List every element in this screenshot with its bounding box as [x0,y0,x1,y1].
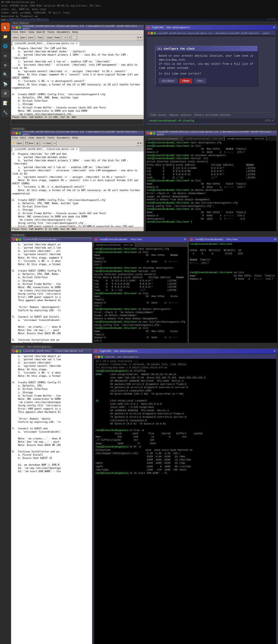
min-btn-2[interactable] [15,132,18,135]
inner-max[interactable] [154,32,156,34]
toolbar-save[interactable]: Save [27,35,34,40]
min-btn-3[interactable] [15,238,18,241]
notes-min-4[interactable] [15,350,18,353]
sidebar-icon-10[interactable]: 🔧 [1,108,10,117]
ins-label: INS [71,116,76,119]
toolbar-extras[interactable]: ⚙ ▼ [136,35,143,40]
xterm-close-x-1[interactable]: × [184,238,186,242]
menu-edit[interactable]: Edit [20,31,26,34]
notes-max-4[interactable] [19,350,21,353]
menu2-search[interactable]: Search [36,137,45,139]
toolbar-new[interactable]: New [12,35,18,40]
sidebar-icon-4[interactable]: ✉ [1,51,10,60]
section3-label: Terminal [11,234,26,237]
toolbar2-redo[interactable]: ↪ [53,141,57,146]
xterm-close-btn-1[interactable] [95,238,97,241]
term-max-btn[interactable] [153,132,155,135]
tab-close-1[interactable]: × [76,42,77,45]
menu2-tools[interactable]: Tools [47,137,55,139]
menu-search[interactable]: Search [36,31,45,34]
menu-view[interactable]: View [28,31,34,34]
sidebar-icon-8[interactable]: 🖥 [1,89,10,98]
term-tab-3[interactable]: root@linuxcbtubuvml: /etc/xen [225,136,266,141]
menu-tools[interactable]: Tools [47,31,55,34]
xterm-content-2[interactable]: root@linuxcbtubuvml:/etc/xen# VCPUS NETS… [189,242,278,343]
xterm-tab-active-1[interactable]: root@linuxcbtubuvml: /etc/xen [94,243,135,247]
dialog-back-btn[interactable]: <Go Back> [159,79,177,83]
max-btn-1[interactable] [18,26,21,29]
close-btn-3[interactable] [12,238,15,241]
toolbar-open[interactable]: Open [19,35,27,40]
xterm-close-btn-2[interactable] [190,238,193,241]
toolbar2-print[interactable]: 🖨 [35,141,40,146]
vnc-version: v1f5.0 [265,119,274,122]
file-info-banner: 06-HVM-Installation.mov Size: 479568 byt… [0,0,278,19]
toolbar-paste[interactable]: 📋 [72,35,77,40]
gedit-content-3[interactable]: b. 'parted /dev/sde mkpart pr c. 'parted… [11,242,92,343]
menu2-file[interactable]: File [12,137,18,139]
sidebar-icon-5[interactable]: ⚙ [1,61,10,69]
toolbar-copy[interactable]: ⎘ [68,35,72,40]
menu-help[interactable]: Help [72,31,78,34]
menu2-help[interactable]: Help [72,137,78,139]
vnc-close-x-4[interactable]: × [274,349,276,353]
gedit-statusbar-2: Plain Text Tab Width: 8 Ln 209, Col 26 I… [11,227,144,231]
min-btn-1[interactable] [15,26,18,29]
toolbar-redo[interactable]: Redo [53,35,61,40]
dialog-no-btn[interactable]: <No> [194,79,206,83]
dialog-buttons: <Go Back> <Yes> <No> [159,79,254,83]
term-tab-2[interactable]: root@linuxcbtubuvml: /etc/xen [183,136,224,141]
vnc-terminal-4[interactable]: 19.1.16.5 ping statistics --- 3 packets … [94,359,276,644]
xterm-close-x-2[interactable]: × [274,238,276,242]
terminal-content[interactable]: root@linuxcbtubuvml:/etc/xen# nano ubunt… [146,141,277,231]
toolbar2-save[interactable]: 💾 Save [24,141,35,146]
xterm-content-1[interactable]: root@linuxcbtubuvml:/etc/xen# nano ubunt… [93,247,188,343]
toolbar2-open[interactable]: 📂 Open [12,141,23,146]
dialog-yes-btn[interactable]: <Yes> [179,79,192,83]
gedit-tab-1[interactable]: LinuxCBT_XenVM_Edit...Classroom_Notes.tx… [12,41,80,46]
vnc-close-btn[interactable] [147,26,150,29]
dialog-hint: <Tab> moves; <Space> selects; <Enter> ac… [150,112,273,117]
sidebar-icon-3[interactable]: 🌐 [1,42,10,50]
gedit-content-2[interactable]: 3. Prepare /dev/sde' for LVM and Xen a. … [11,152,144,227]
gedit-tab-2[interactable]: LinuxCBT_XenVM_Edit...Classroom_Notes.tx… [12,147,80,152]
section1-label: Text Editor [11,22,30,25]
inner-min[interactable] [151,32,153,34]
term-close-btn[interactable] [147,132,149,135]
inner-window-4: TightVNC: Xen-ubuntuguest1 19.1.16.5 pin… [94,354,277,644]
gedit-content-1[interactable]: 3. Prepare /dev/sde' for LVM and Xen a. … [11,46,144,115]
sidebar-icon-9[interactable]: 📝 [1,99,10,107]
menu2-view[interactable]: View [28,137,34,139]
menu2-edit[interactable]: Edit [20,137,26,139]
toolbar2-undo[interactable]: ↩ Undo [42,141,52,146]
term-tab-1[interactable]: linuxcbt@linuxcbtubuvml:~ [146,136,182,141]
ins-2: INS [71,228,76,231]
ifconfig-prompt: root@linuxcbtubuvml:~# ifconfig [149,119,194,122]
term-min-btn[interactable] [150,132,152,135]
toolbar-undo[interactable]: Undo [46,35,53,40]
max-btn-2[interactable] [18,132,21,135]
sidebar-icon-2[interactable]: 📁 [1,32,10,41]
vnc-close-x[interactable]: × [273,26,275,30]
toolbar-print[interactable]: Print [37,35,43,40]
menu-documents[interactable]: Documents [57,31,70,34]
dialog-hint-text: <Tab> moves; <Space> selects; <Enter> ac… [150,114,230,116]
sidebar-icon-7[interactable]: 📡 [1,80,10,88]
max-btn-3[interactable] [19,238,21,241]
terminal-tabs: linuxcbt@linuxcbtubuvml:~ root@linuxcbtu… [146,136,277,141]
sidebar-icon-1[interactable]: 🐧 [1,23,10,31]
generated-by: Generated by Thumbnail.me [1,15,38,18]
toolbar2-extras2[interactable]: ⚙ ▼ [136,141,143,146]
tab-close-2[interactable]: × [76,148,77,151]
close-btn-1[interactable] [12,26,15,29]
close-btn-2[interactable] [12,132,15,135]
inner-close[interactable] [148,32,150,34]
gedit-title-2: LinuxCBT_XenVM_Edition_Classroom_Notes.t… [23,131,143,136]
notes-content-4[interactable]: b. 'parted /dev/sde mkpart pr c. 'parted… [11,354,92,644]
notes-close-4[interactable] [12,350,15,353]
toolbar-cut[interactable]: ✂ [64,35,68,40]
menu-file[interactable]: File [12,31,18,34]
sidebar-icon-6[interactable]: 🔍 [1,70,10,79]
vnc-close-btn-4[interactable] [95,350,97,353]
menu2-documents[interactable]: Documents [57,137,70,139]
